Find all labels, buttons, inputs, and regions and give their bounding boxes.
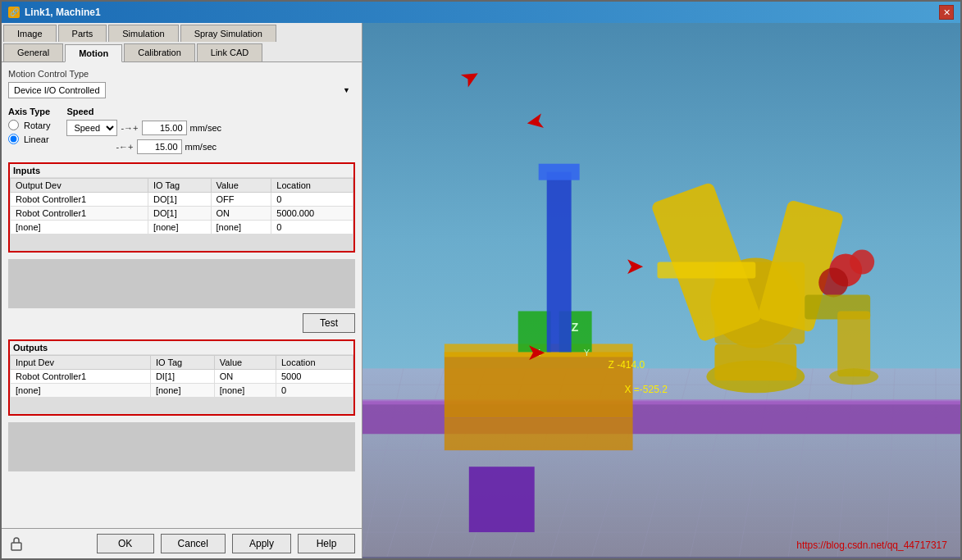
bottom-left [8, 535, 25, 552]
outputs-row1-dev: Robot Controller1 [11, 370, 151, 384]
inputs-row3-val: [none] [211, 221, 271, 234]
speed-dir-1: -→+ [121, 123, 138, 133]
axis-type-label: Axis Type [8, 107, 50, 116]
test-btn-row: Test [8, 313, 355, 333]
outputs-col-value: Value [214, 356, 276, 370]
viewport-background: Z X Y Z -414.0 X =-525.2 https://blog.cs… [362, 23, 960, 558]
outputs-row1-loc: 5000 [276, 370, 353, 384]
tab-parts[interactable]: Parts [58, 25, 107, 42]
svg-rect-46 [837, 311, 870, 376]
table-row: Robot Controller1 DO[1] ON 5000.000 [11, 207, 353, 221]
tab-spray-simulation[interactable]: Spray Simulation [180, 25, 276, 42]
axis-speed-row: Axis Type Rotary Linear [8, 107, 355, 157]
motion-control-label: Motion Control Type [8, 69, 355, 79]
svg-point-47 [829, 368, 878, 385]
svg-rect-35 [539, 164, 580, 180]
svg-rect-34 [547, 172, 572, 353]
inputs-row2-loc: 5000.000 [271, 207, 353, 221]
table-row: Robot Controller1 DO[1] OFF 0 [11, 193, 353, 207]
rotary-label: Rotary [24, 121, 50, 130]
linear-radio[interactable] [8, 134, 19, 144]
inputs-table: Output Dev IO Tag Value Location Robot C… [10, 178, 353, 234]
3d-scene: Z X Y Z -414.0 X =-525.2 https://blog.cs… [362, 23, 960, 558]
inputs-row1-dev: Robot Controller1 [11, 193, 148, 207]
test-button[interactable]: Test [303, 313, 355, 333]
x-coord-annotation: X =-525.2 [625, 384, 668, 395]
svg-point-44 [818, 268, 848, 298]
gray-area-1 [8, 259, 355, 308]
bottom-bar: OK Cancel Apply Help [2, 528, 362, 558]
speed-type-select-1[interactable]: Speed Accel [66, 120, 117, 136]
outputs-col-io-tag: IO Tag [150, 356, 214, 370]
table-row: [none] [none] [none] 0 [11, 221, 353, 234]
inputs-row1-tag: DO[1] [148, 193, 211, 207]
tab-image[interactable]: Image [3, 25, 57, 42]
speed-row-1: Speed Accel -→+ mm/sec [66, 120, 355, 136]
z-axis-label: Z [572, 321, 579, 334]
y-axis-label: Y [584, 348, 590, 357]
outputs-row2-val: [none] [214, 384, 276, 398]
title-bar-left: 🔗 Link1, Machine1 [8, 7, 101, 18]
lock-icon [8, 535, 25, 552]
outputs-col-location: Location [276, 356, 353, 370]
inputs-col-output-dev: Output Dev [11, 179, 148, 193]
inputs-table-footer [10, 234, 353, 251]
svg-rect-41 [714, 344, 796, 380]
speed-value-1[interactable] [142, 121, 187, 135]
help-button[interactable]: Help [298, 534, 355, 553]
speed-dir-2: -←+ [116, 142, 133, 152]
svg-rect-49 [469, 467, 535, 532]
left-panel: Image Parts Simulation Spray Simulation … [2, 23, 362, 558]
linear-label: Linear [24, 134, 49, 144]
radio-linear[interactable]: Linear [8, 134, 50, 144]
arrow-test: ➤ [527, 339, 545, 366]
outputs-row2-tag: [none] [150, 384, 214, 398]
inputs-row2-dev: Robot Controller1 [11, 207, 148, 221]
speed-label: Speed [66, 107, 355, 116]
ok-button[interactable]: OK [97, 534, 154, 553]
window-title: Link1, Machine1 [25, 7, 101, 18]
tab-simulation[interactable]: Simulation [108, 25, 178, 42]
radio-rotary[interactable]: Rotary [8, 120, 50, 130]
tab-calibration[interactable]: Calibration [124, 43, 195, 61]
outputs-section: Outputs Input Dev IO Tag Value Location [8, 339, 355, 416]
speed-value-2[interactable] [137, 139, 182, 154]
speed-col: Speed Speed Accel -→+ mm/sec -←+ [66, 107, 355, 157]
app-icon: 🔗 [8, 7, 20, 18]
svg-point-43 [850, 250, 874, 275]
inputs-header: Inputs [10, 164, 353, 178]
inputs-row2-val: ON [211, 207, 271, 221]
outputs-row2-loc: 0 [276, 384, 353, 398]
bottom-buttons: OK Cancel Apply Help [97, 534, 355, 553]
inputs-row3-dev: [none] [11, 221, 148, 234]
close-button[interactable]: ✕ [939, 5, 954, 20]
outputs-table: Input Dev IO Tag Value Location Robot Co… [10, 355, 353, 398]
inputs-row3-loc: 0 [271, 221, 353, 234]
tab-general[interactable]: General [3, 43, 63, 61]
rotary-radio[interactable] [8, 120, 19, 130]
inputs-row2-tag: DO[1] [148, 207, 211, 221]
speed-unit-1: mm/sec [190, 123, 222, 133]
inputs-row1-val: OFF [211, 193, 271, 207]
main-content: Image Parts Simulation Spray Simulation … [2, 23, 960, 558]
motion-control-dropdown-wrapper: Device I/O Controlled Path Controlled No… [8, 82, 355, 98]
inputs-row3-tag: [none] [148, 221, 211, 234]
outputs-row1-tag: DI[1] [150, 370, 214, 384]
motion-control-dropdown[interactable]: Device I/O Controlled Path Controlled No… [8, 82, 106, 98]
svg-rect-48 [658, 262, 756, 279]
title-bar: 🔗 Link1, Machine1 ✕ [2, 2, 960, 23]
cancel-button[interactable]: Cancel [161, 534, 226, 553]
viewport: Z X Y Z -414.0 X =-525.2 https://blog.cs… [362, 23, 960, 558]
outputs-row1-val: ON [214, 370, 276, 384]
form-area: Motion Control Type Device I/O Controlle… [2, 62, 362, 528]
tab-motion[interactable]: Motion [65, 44, 122, 62]
main-window: 🔗 Link1, Machine1 ✕ Image Parts Simulati… [0, 0, 962, 560]
tab-link-cad[interactable]: Link CAD [197, 43, 262, 61]
speed-row-2: -←+ mm/sec [66, 139, 355, 154]
watermark-text: https://blog.csdn.net/qq_44717317 [796, 540, 947, 551]
outputs-col-input-dev: Input Dev [11, 356, 151, 370]
outputs-row2-dev: [none] [11, 384, 151, 398]
dropdown-row: Device I/O Controlled Path Controlled No… [8, 82, 355, 98]
inputs-row1-loc: 0 [271, 193, 353, 207]
apply-button[interactable]: Apply [232, 534, 291, 553]
